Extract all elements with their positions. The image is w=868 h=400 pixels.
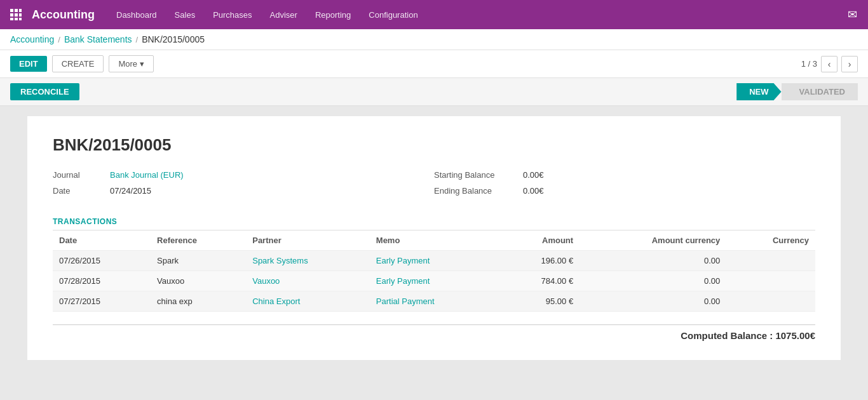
col-currency: Currency — [726, 230, 815, 251]
transactions-section-title: TRANSACTIONS — [53, 217, 815, 230]
breadcrumb: Accounting / Bank Statements / BNK/2015/… — [0, 29, 868, 50]
col-date: Date — [53, 230, 151, 251]
tx-amount: 196.00 € — [498, 251, 580, 271]
tx-currency — [726, 291, 815, 312]
tx-amount: 95.00 € — [498, 291, 580, 312]
col-amount: Amount — [498, 230, 580, 251]
breadcrumb-bank-statements[interactable]: Bank Statements — [64, 34, 132, 44]
edit-button[interactable]: EDIT — [10, 56, 47, 72]
tx-currency — [726, 251, 815, 271]
main-content: BNK/2015/0005 Journal Bank Journal (EUR)… — [0, 106, 868, 392]
date-label: Date — [53, 186, 104, 196]
reconcile-button[interactable]: RECONCILE — [10, 83, 79, 100]
tx-amount: 784.00 € — [498, 271, 580, 291]
more-label: More — [118, 59, 137, 69]
breadcrumb-sep-2: / — [136, 35, 139, 44]
svg-rect-8 — [19, 18, 22, 20]
nav-dashboard[interactable]: Dashboard — [109, 0, 165, 29]
svg-rect-1 — [15, 9, 18, 12]
ending-balance-label: Ending Balance — [434, 186, 517, 196]
pager-next-button[interactable]: › — [841, 56, 858, 72]
chevron-down-icon: ▾ — [140, 59, 144, 69]
svg-rect-5 — [19, 13, 22, 17]
breadcrumb-accounting[interactable]: Accounting — [10, 34, 54, 44]
pager-text: 1 / 3 — [801, 59, 817, 69]
tx-currency — [726, 271, 815, 291]
tx-memo[interactable]: Partial Payment — [370, 291, 498, 312]
tx-amount-currency: 0.00 — [580, 291, 726, 312]
document-card: BNK/2015/0005 Journal Bank Journal (EUR)… — [27, 116, 841, 360]
tx-date: 07/26/2015 — [53, 251, 151, 271]
tx-partner[interactable]: China Export — [246, 291, 370, 312]
journal-field: Journal Bank Journal (EUR) — [53, 170, 434, 180]
date-value: 07/24/2015 — [110, 186, 151, 196]
col-memo: Memo — [370, 230, 498, 251]
nav-sales[interactable]: Sales — [167, 0, 203, 29]
right-fields: Starting Balance 0.00€ Ending Balance 0.… — [434, 170, 815, 202]
tx-amount-currency: 0.00 — [580, 271, 726, 291]
tx-amount-currency: 0.00 — [580, 251, 726, 271]
col-reference: Reference — [151, 230, 246, 251]
tx-memo[interactable]: Early Payment — [370, 251, 498, 271]
tx-memo[interactable]: Early Payment — [370, 271, 498, 291]
table-row[interactable]: 07/27/2015 china exp China Export Partia… — [53, 291, 815, 312]
svg-rect-0 — [10, 9, 13, 12]
status-buttons: NEW VALIDATED — [736, 83, 858, 100]
svg-rect-6 — [10, 18, 13, 20]
table-row[interactable]: 07/28/2015 Vauxoo Vauxoo Early Payment 7… — [53, 271, 815, 291]
create-button[interactable]: CREATE — [52, 55, 104, 72]
action-bar: EDIT CREATE More ▾ 1 / 3 ‹ › — [0, 50, 868, 78]
status-new[interactable]: NEW — [736, 83, 781, 100]
journal-value: Bank Journal (EUR) — [110, 170, 184, 180]
nav-right-area: ✉ — [843, 5, 862, 24]
pager: 1 / 3 ‹ › — [801, 56, 858, 72]
nav-configuration[interactable]: Configuration — [361, 0, 425, 29]
svg-rect-3 — [10, 13, 13, 17]
ending-balance-value: 0.00€ — [523, 186, 544, 196]
tx-date: 07/27/2015 — [53, 291, 151, 312]
svg-rect-7 — [15, 18, 18, 20]
col-partner: Partner — [246, 230, 370, 251]
ending-balance-field: Ending Balance 0.00€ — [434, 186, 815, 196]
document-fields: Journal Bank Journal (EUR) Date 07/24/20… — [53, 170, 815, 202]
date-field: Date 07/24/2015 — [53, 186, 434, 196]
status-bar: RECONCILE NEW VALIDATED — [0, 78, 868, 106]
starting-balance-field: Starting Balance 0.00€ — [434, 170, 815, 180]
tx-partner[interactable]: Spark Systems — [246, 251, 370, 271]
tx-reference: Spark — [151, 251, 246, 271]
more-button[interactable]: More ▾ — [109, 55, 154, 72]
journal-label: Journal — [53, 170, 104, 180]
mail-icon[interactable]: ✉ — [843, 5, 862, 24]
table-row[interactable]: 07/26/2015 Spark Spark Systems Early Pay… — [53, 251, 815, 271]
breadcrumb-sep-1: / — [58, 35, 60, 44]
tx-partner[interactable]: Vauxoo — [246, 271, 370, 291]
starting-balance-label: Starting Balance — [434, 170, 517, 180]
document-title: BNK/2015/0005 — [53, 135, 815, 155]
grid-icon[interactable] — [6, 5, 25, 24]
svg-rect-2 — [19, 9, 22, 12]
starting-balance-value: 0.00€ — [523, 170, 544, 180]
tx-date: 07/28/2015 — [53, 271, 151, 291]
top-navigation: Accounting Dashboard Sales Purchases Adv… — [0, 0, 868, 29]
computed-balance: Computed Balance : 1075.00€ — [53, 324, 815, 341]
col-amount-currency: Amount currency — [580, 230, 726, 251]
table-header-row: Date Reference Partner Memo Amount Amoun… — [53, 230, 815, 251]
status-validated[interactable]: VALIDATED — [782, 83, 858, 100]
breadcrumb-current: BNK/2015/0005 — [142, 34, 205, 44]
nav-reporting[interactable]: Reporting — [308, 0, 358, 29]
svg-rect-4 — [15, 13, 18, 17]
computed-balance-label: Computed Balance : — [681, 330, 773, 341]
nav-purchases[interactable]: Purchases — [205, 0, 259, 29]
app-title: Accounting — [32, 8, 95, 22]
transactions-table: Date Reference Partner Memo Amount Amoun… — [53, 230, 815, 312]
computed-balance-value: 1075.00€ — [775, 330, 815, 341]
tx-reference: Vauxoo — [151, 271, 246, 291]
left-fields: Journal Bank Journal (EUR) Date 07/24/20… — [53, 170, 434, 202]
pager-prev-button[interactable]: ‹ — [821, 56, 837, 72]
tx-reference: china exp — [151, 291, 246, 312]
nav-adviser[interactable]: Adviser — [262, 0, 305, 29]
